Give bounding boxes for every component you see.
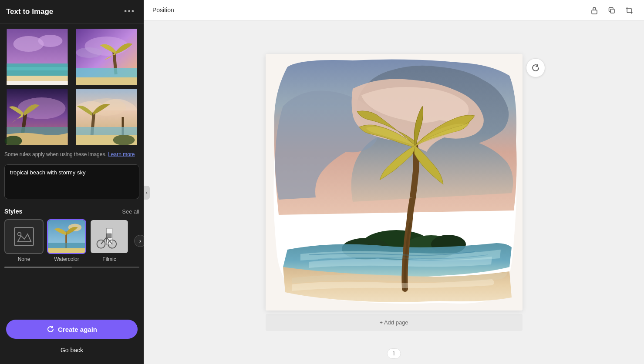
rules-text: Some rules apply when using these images… [4, 150, 139, 158]
svg-rect-42 [592, 10, 597, 14]
create-again-button[interactable]: Create again [6, 320, 138, 339]
learn-more-link[interactable]: Learn more [108, 151, 135, 157]
left-panel: Text to Image ••• [0, 0, 144, 364]
styles-label: Styles [4, 208, 22, 215]
canvas-refresh-button[interactable] [526, 58, 545, 77]
lock-button[interactable] [588, 4, 600, 17]
canvas-image [266, 54, 523, 311]
page-number: 1 [387, 348, 401, 359]
styles-next-button[interactable]: › [134, 235, 144, 247]
svg-rect-43 [610, 9, 614, 13]
image-grid [4, 29, 139, 145]
generated-image-2[interactable] [74, 29, 139, 85]
svg-rect-41 [106, 234, 111, 238]
svg-rect-6 [7, 81, 68, 85]
see-all-button[interactable]: See all [122, 208, 139, 215]
styles-scroll-indicator [4, 267, 72, 268]
crop-icon [625, 6, 634, 15]
svg-point-9 [76, 47, 102, 58]
position-tab[interactable]: Position [152, 5, 174, 16]
canvas-left-arrow[interactable]: ‹ [144, 186, 150, 200]
generated-image-1[interactable] [4, 29, 70, 85]
svg-rect-25 [5, 220, 43, 253]
panel-scroll-area[interactable]: Some rules apply when using these images… [0, 23, 144, 314]
top-bar-left: Position [152, 5, 174, 16]
generated-image-3[interactable] [4, 89, 70, 145]
svg-rect-4 [7, 67, 68, 70]
prompt-input[interactable] [4, 164, 139, 199]
canvas-wrapper: + Add page [266, 54, 523, 331]
style-none[interactable]: None [4, 219, 44, 262]
svg-rect-11 [76, 68, 137, 79]
svg-rect-31 [48, 243, 85, 249]
styles-row: None [4, 219, 139, 262]
panel-title: Text to Image [6, 7, 53, 16]
svg-rect-32 [48, 248, 85, 253]
style-watercolor-thumb [47, 219, 86, 254]
panel-header: Text to Image ••• [0, 0, 144, 23]
canvas-card[interactable] [266, 54, 523, 311]
copy-button[interactable] [606, 4, 618, 17]
svg-point-24 [113, 135, 135, 145]
main-area: Position [144, 0, 644, 364]
svg-rect-12 [76, 77, 137, 85]
style-watercolor-label: Watercolor [54, 256, 79, 262]
go-back-button[interactable]: Go back [6, 343, 138, 357]
panel-bottom: Create again Go back [0, 314, 144, 364]
style-none-label: None [18, 256, 30, 262]
style-filmic-label: Filmic [102, 256, 116, 262]
styles-scroll-bar [4, 267, 139, 268]
generated-image-4[interactable] [74, 89, 139, 145]
svg-point-2 [38, 35, 63, 47]
canvas-refresh-icon [531, 63, 540, 72]
style-filmic[interactable]: Filmic [90, 219, 129, 262]
top-bar-right [588, 4, 635, 17]
canvas-area: ‹ [144, 21, 644, 364]
refresh-icon [47, 325, 54, 333]
lock-icon [590, 6, 599, 15]
style-none-thumb [4, 219, 44, 254]
crop-button[interactable] [623, 4, 635, 17]
style-watercolor[interactable]: Watercolor [47, 219, 86, 262]
top-bar: Position [144, 0, 644, 21]
copy-icon [607, 6, 616, 15]
styles-header: Styles See all [4, 208, 139, 215]
style-filmic-thumb [90, 219, 129, 254]
more-options-button[interactable]: ••• [121, 6, 138, 17]
add-page-bar[interactable]: + Add page [266, 314, 523, 331]
svg-rect-22 [76, 127, 137, 136]
